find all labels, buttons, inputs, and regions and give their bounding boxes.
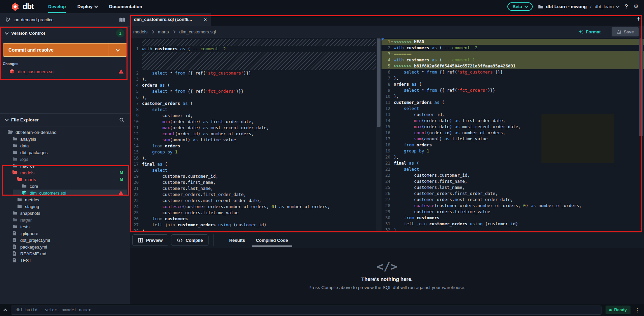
project-selector[interactable]: dbt Learn - mwong / dbt_learn — [538, 4, 619, 9]
tree-item-logs[interactable]: logs — [0, 156, 130, 163]
code-line[interactable]: 7 ), — [382, 75, 644, 81]
format-button[interactable]: Format — [578, 29, 601, 34]
code-line[interactable]: 16 ), — [130, 155, 376, 161]
nav-item-documentation[interactable]: Documentation — [109, 0, 142, 13]
settings-gear-icon[interactable]: ⚙ — [634, 3, 639, 10]
editor-right-scrollbar[interactable] — [639, 38, 643, 136]
tree-item-test[interactable]: TEST — [0, 257, 130, 264]
tree-item-metrics[interactable]: metrics — [0, 196, 130, 203]
code-line[interactable]: 8 orders as ( — [382, 81, 644, 87]
code-line[interactable]: 21 customers.last_name, — [130, 185, 376, 192]
commit-and-resolve-button[interactable]: Commit and resolve — [3, 43, 127, 57]
code-line[interactable]: 23 customers.customer_id, — [382, 172, 644, 178]
tab-results[interactable]: Results — [229, 232, 245, 248]
code-line[interactable]: 2 with customers as ( -- comment 2 — [382, 45, 644, 51]
breadcrumb-item[interactable]: marts — [158, 29, 169, 34]
code-line[interactable]: 24 customers.first_name, — [382, 178, 644, 184]
code-line[interactable]: 5+>>>>>>> b81f802a66fd544504c65721e3ffaa… — [382, 63, 644, 69]
code-line[interactable]: 8 select — [130, 107, 376, 113]
code-line[interactable]: 9 select * from {{ ref('fct_orders')}} — [382, 87, 644, 93]
code-line[interactable]: 25 customers.last_name, — [382, 184, 644, 191]
code-line[interactable]: 11 max(order_date) as most_recent_order_… — [130, 125, 376, 131]
tree-item-core[interactable]: core — [0, 183, 130, 190]
new-tab-button[interactable]: + — [637, 15, 641, 23]
code-line[interactable]: 13 sum(amount) as lifetime_value — [130, 137, 376, 143]
tree-item-tests[interactable]: tests — [0, 223, 130, 230]
changed-file-row[interactable]: dim_customers.sql — [0, 67, 130, 76]
beta-dropdown[interactable]: Beta — [507, 2, 532, 11]
code-line[interactable]: 27 customer_orders.most_recent_order_dat… — [382, 197, 644, 203]
editor-pane-conflict[interactable]: 1+<<<<<<< HEAD2 with customers as ( -- c… — [382, 38, 644, 232]
code-line[interactable]: 30 from customers — [382, 215, 644, 221]
commit-options-caret[interactable] — [109, 44, 127, 56]
code-line[interactable]: 31 left join customer_orders using (cust… — [382, 221, 644, 227]
tree-item--gitignore[interactable]: .gitignore — [0, 230, 130, 237]
code-line[interactable]: 17 final as ( — [130, 161, 376, 167]
code-line[interactable]: 6 select * from {{ ref('stg_customers')}… — [382, 69, 644, 75]
code-line[interactable]: 28 ) — [130, 228, 376, 232]
file-explorer-header[interactable]: File Explorer — [0, 113, 130, 126]
tree-item-macros[interactable]: macros — [0, 163, 130, 169]
code-line[interactable]: 24 coalesce(customer_orders.number_of_or… — [130, 204, 376, 210]
tree-item-dbt-packages[interactable]: dbt_packages — [0, 149, 130, 156]
code-line[interactable]: 10 min(order_date) as first_order_date, — [130, 119, 376, 125]
tree-item-readme-md[interactable]: README.md — [0, 250, 130, 257]
code-line[interactable]: 2 select * from {{ ref('stg_customers')}… — [130, 70, 376, 76]
branch-selector[interactable]: on-demand-practice — [0, 13, 130, 27]
code-line[interactable]: 27 left join customer_orders using (cust… — [130, 222, 376, 228]
editor-tab[interactable]: dim_customers.sql (confli... × — [130, 13, 211, 26]
search-icon[interactable] — [119, 117, 124, 123]
code-line[interactable]: 18 select — [130, 167, 376, 173]
dbt-logo[interactable]: dbt — [10, 2, 34, 12]
code-line[interactable]: 26 customer_orders.first_order_date, — [382, 191, 644, 197]
kebab-menu-icon[interactable]: ⋮ — [635, 307, 640, 313]
chevron-up-icon[interactable] — [3, 309, 7, 312]
code-line[interactable]: 5 select * from {{ ref('fct_orders')}} — [130, 88, 376, 94]
code-line[interactable]: 15 group by 1 — [130, 149, 376, 155]
tree-item-dbt-project-yml[interactable]: dbt_project.yml — [0, 237, 130, 243]
code-line[interactable]: 23 customer_orders.most_recent_order_dat… — [130, 198, 376, 204]
preview-button[interactable]: Preview — [132, 234, 168, 246]
tree-item-dbt-learn-on-demand[interactable]: dbt-learn-on-demand — [0, 129, 130, 136]
tree-item-marts[interactable]: martsM — [0, 176, 130, 183]
compile-button[interactable]: Compile — [171, 234, 208, 246]
editor-pane-working[interactable]: 1 with customers as ( -- comment 22 sele… — [130, 38, 376, 232]
code-line[interactable]: 10 ), — [382, 93, 644, 99]
breadcrumb-item[interactable]: dim_customers.sql — [179, 29, 216, 34]
code-line[interactable]: 4+with customers as ( -- comment 1 — [382, 57, 644, 63]
tree-item-analysis[interactable]: analysis — [0, 136, 130, 142]
close-icon[interactable]: × — [204, 17, 207, 22]
code-line[interactable]: 7 customer_orders as ( — [130, 100, 376, 107]
code-line[interactable]: 25 customer_orders.lifetime_value — [130, 210, 376, 216]
nav-item-develop[interactable]: Develop — [48, 0, 66, 13]
code-line[interactable]: 28 coalesce(customer_orders.number_of_or… — [382, 203, 644, 209]
tree-item-data[interactable]: data — [0, 142, 130, 149]
tab-compiled-code[interactable]: Compiled Code — [256, 232, 288, 248]
code-line[interactable]: 9 customer_id, — [130, 113, 376, 119]
version-control-header[interactable]: Version Control 1 — [0, 27, 130, 40]
code-line[interactable]: 12 count(order_id) as number_of_orders, — [130, 131, 376, 137]
breadcrumb-item[interactable]: models — [133, 29, 147, 34]
tree-item-dim-customers-sql[interactable]: dim_customers.sql — [0, 190, 130, 196]
nav-item-deploy[interactable]: Deploy — [77, 0, 97, 13]
code-line[interactable]: 14 from orders — [130, 143, 376, 149]
code-line[interactable]: 4 orders as ( — [130, 82, 376, 88]
code-line[interactable]: 22 customer_orders.first_order_date, — [130, 192, 376, 198]
code-line[interactable]: 32 ) — [382, 227, 644, 232]
editor-middle-scrollbar[interactable] — [376, 38, 382, 232]
tree-item-models[interactable]: modelsM — [0, 169, 130, 176]
code-line[interactable]: 29 customer_orders.lifetime_value — [382, 209, 644, 215]
tree-item-staging[interactable]: staging — [0, 203, 130, 210]
code-line[interactable]: 19 customers.customer_id, — [130, 173, 376, 179]
code-line[interactable]: 1 with customers as ( -- comment 2 — [130, 46, 376, 52]
code-line[interactable]: 26 from customers — [130, 216, 376, 222]
dbt-command-input[interactable] — [11, 306, 601, 315]
docs-book-icon[interactable] — [119, 17, 124, 23]
scrollbar-thumb[interactable] — [377, 38, 381, 127]
help-button[interactable]: ? — [624, 3, 628, 10]
code-line[interactable]: 3 ), — [130, 76, 376, 82]
tree-item-packages-yml[interactable]: packages.yml — [0, 243, 130, 250]
tree-item-snapshots[interactable]: snapshots — [0, 210, 130, 217]
code-line[interactable]: 20 customers.first_name, — [130, 179, 376, 185]
tree-item-target[interactable]: target — [0, 217, 130, 223]
